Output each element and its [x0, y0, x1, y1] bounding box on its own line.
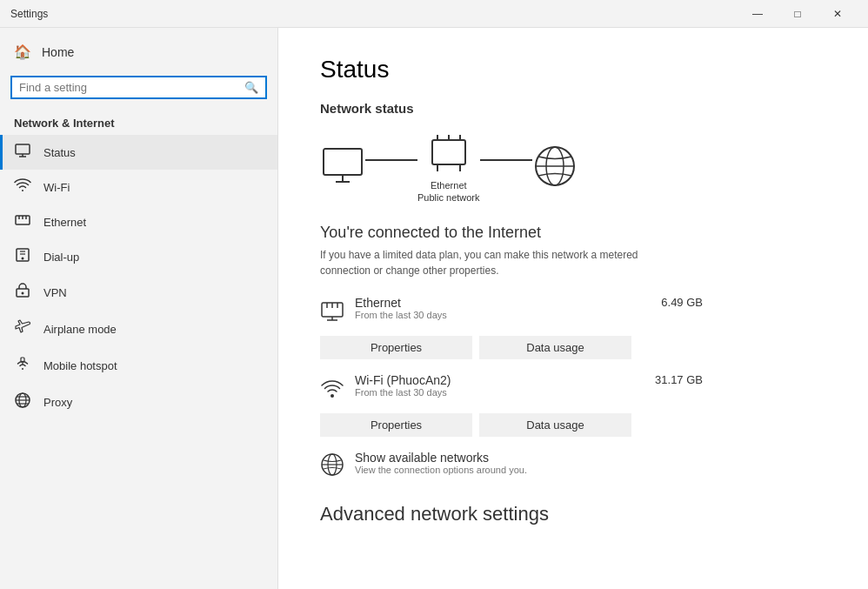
section-title: Network status: [320, 101, 826, 116]
globe-svg: [532, 144, 578, 189]
ethernet-datausage-button[interactable]: Data usage: [479, 336, 631, 359]
sidebar-item-label-vpn: VPN: [43, 286, 67, 299]
wifi-card-icon: [320, 375, 344, 405]
sidebar-section-title: Network & Internet: [0, 106, 277, 135]
network-card-wifi: Wi-Fi (PhuocAn2) From the last 30 days 3…: [320, 373, 703, 437]
sidebar-item-label-hotspot: Mobile hotspot: [43, 359, 117, 372]
window-controls: — □ ✕: [738, 0, 858, 28]
sidebar-item-label-status: Status: [43, 146, 76, 159]
connected-text: You're connected to the Internet: [320, 224, 826, 242]
advanced-network-title: Advanced network settings: [320, 503, 826, 525]
svg-point-12: [22, 292, 24, 295]
sidebar-item-label-wifi: Wi-Fi: [43, 181, 70, 194]
diagram-globe: [532, 144, 578, 192]
home-icon: 🏠: [14, 44, 31, 60]
sidebar-item-dialup[interactable]: Dial-up: [0, 239, 277, 274]
search-input[interactable]: [19, 81, 244, 94]
network-info-wifi: Wi-Fi (PhuocAn2) From the last 30 days: [320, 373, 451, 405]
ethernet-card-icon: [320, 298, 344, 327]
sidebar-item-label-airplane: Airplane mode: [43, 323, 117, 336]
ethernet-properties-button[interactable]: Properties: [320, 336, 472, 359]
ethernet-card-sub: From the last 30 days: [355, 310, 447, 320]
show-networks-icon: [320, 452, 344, 482]
home-label: Home: [42, 45, 74, 59]
ethernet-card-buttons: Properties Data usage: [320, 336, 703, 359]
proxy-icon: [14, 392, 31, 412]
sidebar-item-airplane[interactable]: Airplane mode: [0, 311, 277, 347]
show-networks-text: Show available networks View the connect…: [355, 451, 527, 475]
monitor-svg: [320, 147, 365, 185]
sidebar-home[interactable]: 🏠 Home: [0, 35, 277, 69]
show-networks-sub: View the connection options around you.: [355, 465, 527, 475]
diagram-line-2: [480, 159, 532, 161]
sidebar-item-proxy[interactable]: Proxy: [0, 384, 277, 420]
vpn-icon: [14, 283, 31, 302]
dialup-icon: [14, 248, 31, 265]
minimize-button[interactable]: —: [738, 0, 778, 28]
sidebar-item-status[interactable]: Status: [0, 135, 277, 170]
main-content: Status Network status: [278, 28, 868, 589]
show-networks-title: Show available networks: [355, 451, 527, 465]
sidebar-item-label-dialup: Dial-up: [43, 251, 79, 264]
diagram-line-1: [365, 159, 417, 161]
search-box: 🔍: [10, 76, 267, 99]
diagram-monitor: [320, 147, 365, 189]
svg-rect-20: [324, 149, 362, 175]
network-card-header-wifi: Wi-Fi (PhuocAn2) From the last 30 days 3…: [320, 373, 703, 405]
maximize-button[interactable]: □: [778, 0, 818, 28]
wifi-card-sub: From the last 30 days: [355, 387, 451, 398]
app-title: Settings: [10, 8, 48, 20]
sidebar-item-label-ethernet: Ethernet: [43, 216, 86, 229]
svg-rect-0: [16, 144, 30, 154]
wifi-card-text: Wi-Fi (PhuocAn2) From the last 30 days: [355, 373, 451, 398]
wifi-card-name: Wi-Fi (PhuocAn2): [355, 373, 451, 387]
hotspot-icon: [14, 356, 31, 375]
diagram-network-type: Public network: [417, 192, 480, 203]
wifi-icon: [14, 178, 31, 196]
diagram-ethernet-label: Ethernet: [417, 180, 480, 191]
ethernet-icon: [14, 213, 31, 231]
sidebar: 🏠 Home 🔍 Network & Internet Status: [0, 28, 278, 589]
network-diagram: Ethernet Public network: [320, 133, 826, 203]
connected-subtext: If you have a limited data plan, you can…: [320, 247, 685, 278]
wifi-card-data: 31.17 GB: [655, 373, 703, 386]
sidebar-item-wifi[interactable]: Wi-Fi: [0, 170, 277, 204]
sidebar-item-ethernet[interactable]: Ethernet: [0, 204, 277, 239]
search-icon: 🔍: [244, 81, 258, 94]
ethernet-card-data: 6.49 GB: [661, 296, 703, 309]
svg-rect-23: [432, 140, 465, 164]
diagram-router: Ethernet Public network: [417, 133, 480, 203]
airplane-icon: [14, 319, 31, 338]
ethernet-card-name: Ethernet: [355, 296, 447, 310]
show-available-networks[interactable]: Show available networks View the connect…: [320, 451, 826, 482]
ethernet-card-text: Ethernet From the last 30 days: [355, 296, 447, 320]
network-card-ethernet: Ethernet From the last 30 days 6.49 GB P…: [320, 296, 703, 359]
close-button[interactable]: ✕: [818, 0, 858, 28]
wifi-properties-button[interactable]: Properties: [320, 413, 472, 437]
svg-point-38: [331, 394, 334, 398]
network-card-header-ethernet: Ethernet From the last 30 days 6.49 GB: [320, 296, 703, 327]
status-icon: [14, 144, 31, 161]
wifi-card-buttons: Properties Data usage: [320, 413, 703, 437]
sidebar-item-label-proxy: Proxy: [43, 396, 72, 409]
page-title: Status: [320, 56, 826, 84]
network-info-ethernet: Ethernet From the last 30 days: [320, 296, 447, 327]
sidebar-item-vpn[interactable]: VPN: [0, 274, 277, 311]
sidebar-item-hotspot[interactable]: Mobile hotspot: [0, 347, 277, 384]
svg-point-8: [22, 258, 24, 260]
titlebar: Settings — □ ✕: [0, 0, 868, 28]
wifi-datausage-button[interactable]: Data usage: [479, 413, 631, 437]
router-svg: [429, 133, 469, 175]
app-body: 🏠 Home 🔍 Network & Internet Status: [0, 28, 868, 589]
